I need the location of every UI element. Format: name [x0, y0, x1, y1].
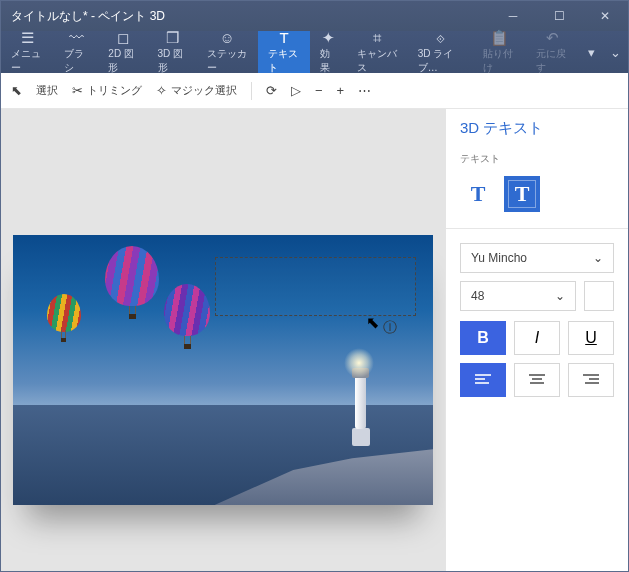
text-tab[interactable]: Tテキスト	[258, 31, 311, 73]
sticker-tab[interactable]: ☺ステッカー	[197, 31, 258, 73]
lighthouse-base	[352, 428, 370, 446]
3d-icon: ❒	[166, 30, 179, 45]
crop-icon: ✂	[72, 83, 83, 98]
select-tool[interactable]: 選択	[36, 83, 58, 98]
align-center-button[interactable]	[514, 363, 560, 397]
canvas-area[interactable]: ⬉ Ⓘ	[1, 109, 445, 571]
menu-icon: ☰	[21, 30, 34, 45]
2d-icon: ◻	[117, 30, 129, 45]
menu-button[interactable]: ☰メニュー	[1, 31, 54, 73]
underline-button[interactable]: U	[568, 321, 614, 355]
canvas-icon: ⌗	[373, 30, 381, 45]
align-left-button[interactable]	[460, 363, 506, 397]
balloon-2	[164, 284, 210, 349]
font-select[interactable]: Yu Mincho ⌄	[460, 243, 614, 273]
window-title: タイトルなし* - ペイント 3D	[1, 8, 490, 25]
plus-icon: +	[337, 83, 345, 98]
library-icon: ⟐	[436, 30, 445, 45]
panel-header: 3D テキスト	[446, 109, 628, 148]
sticker-icon: ☺	[219, 30, 234, 45]
more-tools[interactable]: ⋯	[358, 83, 371, 98]
text-cursor-icon: Ⓘ	[383, 319, 397, 337]
align-right-button[interactable]	[568, 363, 614, 397]
font-value: Yu Mincho	[471, 251, 527, 265]
effects-tab[interactable]: ✦効果	[310, 31, 346, 73]
flip-icon: ▷	[291, 83, 301, 98]
color-swatch[interactable]	[584, 281, 614, 311]
trim-tool[interactable]: ✂トリミング	[72, 83, 142, 98]
separator	[251, 82, 252, 100]
more-icon: ⋯	[358, 83, 371, 98]
chevron-down-icon[interactable]: ⌄	[603, 31, 628, 73]
ribbon: ☰メニュー 〰ブラシ ◻2D 図形 ❒3D 図形 ☺ステッカー Tテキスト ✦効…	[1, 31, 628, 73]
3d-library-tab[interactable]: ⟐3D ライブ…	[408, 31, 474, 73]
effects-icon: ✦	[322, 30, 335, 45]
undo-icon: ↶	[546, 30, 559, 45]
undo-button[interactable]: ↶元に戻す	[526, 31, 579, 73]
zoom-in-button[interactable]: +	[337, 83, 345, 98]
brush-tab[interactable]: 〰ブラシ	[54, 31, 99, 73]
minimize-button[interactable]: ─	[490, 1, 536, 31]
magic-icon: ✧	[156, 83, 167, 98]
flip-tool[interactable]: ▷	[291, 83, 301, 98]
rotate-icon: ⟳	[266, 83, 277, 98]
balloon-3	[47, 294, 81, 342]
magic-select-tool[interactable]: ✧マジック選択	[156, 83, 237, 98]
pointer-tool[interactable]: ⬉	[11, 83, 22, 98]
close-button[interactable]: ✕	[582, 1, 628, 31]
bold-button[interactable]: B	[460, 321, 506, 355]
italic-button[interactable]: I	[514, 321, 560, 355]
titlebar: タイトルなし* - ペイント 3D ─ ☐ ✕	[1, 1, 628, 31]
cursor-icon: ⬉	[366, 313, 379, 332]
rotate-tool[interactable]: ⟳	[266, 83, 277, 98]
balloon-1	[105, 246, 159, 319]
maximize-button[interactable]: ☐	[536, 1, 582, 31]
2d-text-button[interactable]: T	[460, 176, 496, 212]
2d-shapes-tab[interactable]: ◻2D 図形	[98, 31, 147, 73]
side-panel: 3D テキスト テキスト T T Yu Mincho ⌄ 48 ⌄ B I	[445, 109, 628, 571]
lighthouse	[355, 375, 366, 429]
font-size-select[interactable]: 48 ⌄	[460, 281, 576, 311]
paste-icon: 📋	[490, 30, 509, 45]
text-selection-box[interactable]	[215, 257, 417, 316]
zoom-out-button[interactable]: −	[315, 83, 323, 98]
3d-text-button[interactable]: T	[504, 176, 540, 212]
canvas-tab[interactable]: ⌗キャンバス	[347, 31, 408, 73]
divider	[446, 228, 628, 229]
brush-icon: 〰	[69, 30, 84, 45]
text-section-label: テキスト	[446, 148, 628, 172]
text-icon: T	[279, 30, 288, 45]
size-value: 48	[471, 289, 484, 303]
pointer-icon: ⬉	[11, 83, 22, 98]
paste-button[interactable]: 📋貼り付け	[473, 31, 526, 73]
canvas-image[interactable]: ⬉ Ⓘ	[13, 235, 433, 505]
3d-shapes-tab[interactable]: ❒3D 図形	[148, 31, 197, 73]
minus-icon: −	[315, 83, 323, 98]
toolbar: ⬉ 選択 ✂トリミング ✧マジック選択 ⟳ ▷ − + ⋯	[1, 73, 628, 109]
chevron-down-icon: ⌄	[555, 289, 565, 303]
chevron-down-icon: ⌄	[593, 251, 603, 265]
more-dropdown[interactable]: ▾	[579, 31, 604, 73]
